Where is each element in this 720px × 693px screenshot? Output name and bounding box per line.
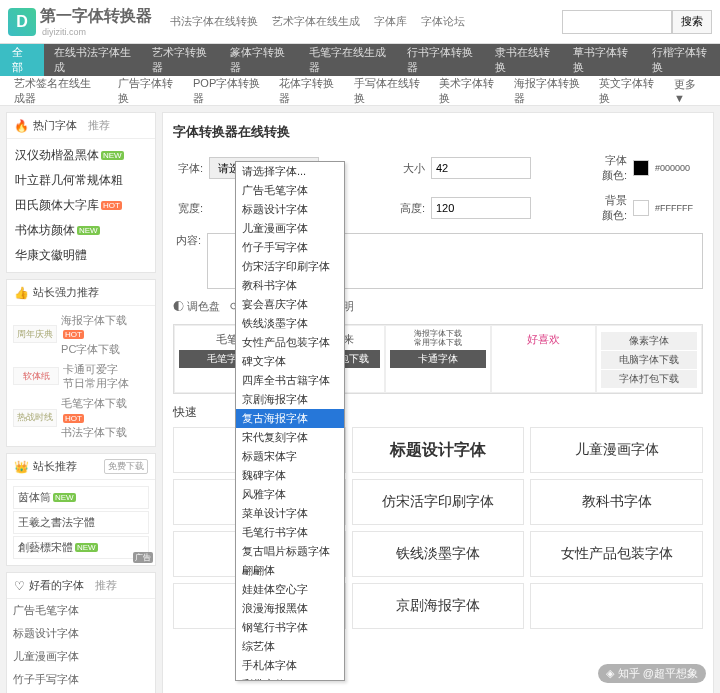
- preview-cell[interactable]: 仿宋活字印刷字体: [352, 479, 525, 525]
- dropdown-option[interactable]: 京剧海报字体: [236, 390, 344, 409]
- dropdown-option[interactable]: 请选择字体...: [236, 162, 344, 181]
- nav-item[interactable]: 艺术签名在线生成器: [8, 76, 106, 106]
- dropdown-option[interactable]: 娃娃体空心字: [236, 580, 344, 599]
- srec-item[interactable]: 茵体筒NEW: [13, 486, 149, 509]
- toolbar-btn[interactable]: ◐ 调色盘: [173, 299, 220, 314]
- height-label: 高度:: [395, 201, 425, 216]
- nice-link[interactable]: 广告毛笔字体: [7, 599, 155, 622]
- preview-cell[interactable]: 女性产品包装字体: [530, 531, 703, 577]
- dropdown-option[interactable]: 魏碑字体: [236, 466, 344, 485]
- preview-cell[interactable]: 教科书字体: [530, 479, 703, 525]
- hot-font-item[interactable]: 田氏颜体大字库HOT: [13, 193, 149, 218]
- cat-cell[interactable]: 好喜欢: [491, 325, 597, 393]
- nav-more[interactable]: 更多 ▼: [668, 77, 712, 104]
- nav-item[interactable]: 美术字体转换: [433, 76, 502, 106]
- font-label: 字体:: [173, 161, 203, 176]
- rec-link[interactable]: 书法字体下载: [61, 425, 149, 439]
- rec-link[interactable]: 海报字体下载 HOT: [61, 313, 149, 342]
- dropdown-option[interactable]: 风雅字体: [236, 485, 344, 504]
- nav-item[interactable]: 艺术字转换器: [142, 44, 220, 76]
- nav-item[interactable]: POP字体转换器: [187, 76, 267, 106]
- dropdown-option[interactable]: 教科书字体: [236, 276, 344, 295]
- font-dropdown[interactable]: 请选择字体...广告毛笔字体标题设计字体儿童漫画字体竹子手写字体仿宋活字印刷字体…: [235, 161, 345, 681]
- dropdown-option[interactable]: 宴会喜庆字体: [236, 295, 344, 314]
- nav-item[interactable]: 篆体字转换器: [220, 44, 298, 76]
- nice-link[interactable]: 标题设计字体: [7, 622, 155, 645]
- rec-link[interactable]: 毛笔字体下载 HOT: [61, 396, 149, 425]
- dropdown-option[interactable]: 毛笔行书字体: [236, 523, 344, 542]
- preview-cell[interactable]: [530, 583, 703, 629]
- srec-item[interactable]: 王羲之書法字體: [13, 511, 149, 534]
- size-input[interactable]: [431, 157, 531, 179]
- nav-item[interactable]: 英文字体转换: [593, 76, 662, 106]
- topnav-item[interactable]: 艺术字体在线生成: [272, 14, 360, 29]
- dropdown-option[interactable]: 复古海报字体: [236, 409, 344, 428]
- page-title: 字体转换器在线转换: [173, 123, 703, 141]
- rec-row[interactable]: 周年庆典海报字体下载 HOTPC字体下载: [13, 310, 149, 359]
- dropdown-option[interactable]: 标题设计字体: [236, 200, 344, 219]
- nav-all[interactable]: 全部: [0, 44, 44, 76]
- nav-item[interactable]: 毛笔字在线生成器: [299, 44, 397, 76]
- rec-thumb: 周年庆典: [13, 325, 57, 343]
- hot-font-item[interactable]: 华康文徽明體: [13, 243, 149, 268]
- preview-cell[interactable]: 京剧海报字体: [352, 583, 525, 629]
- rec-row[interactable]: 软体纸卡通可爱字节日常用字体: [13, 359, 149, 394]
- nav-item[interactable]: 海报字体转换器: [508, 76, 587, 106]
- search-input[interactable]: [562, 10, 672, 34]
- nav-item[interactable]: 在线书法字体生成: [44, 44, 142, 76]
- preview-cell[interactable]: 铁线淡墨字体: [352, 531, 525, 577]
- nice-link[interactable]: 竹子手写字体: [7, 668, 155, 691]
- nav-item[interactable]: 行书字体转换器: [397, 44, 485, 76]
- rec-link[interactable]: 卡通可爱字: [63, 362, 129, 376]
- nav-item[interactable]: 广告字体转换: [112, 76, 181, 106]
- dropdown-option[interactable]: 彩带字体: [236, 675, 344, 681]
- dropdown-option[interactable]: 浪漫海报黑体: [236, 599, 344, 618]
- hot-font-item[interactable]: 叶立群几何常规体粗: [13, 168, 149, 193]
- dropdown-option[interactable]: 钢笔行书字体: [236, 618, 344, 637]
- search: 搜索: [562, 10, 712, 34]
- topnav-item[interactable]: 字体库: [374, 14, 407, 29]
- nav-item[interactable]: 手写体在线转换: [348, 76, 427, 106]
- dropdown-option[interactable]: 女性产品包装字体: [236, 333, 344, 352]
- dropdown-option[interactable]: 翩翩体: [236, 561, 344, 580]
- badge: NEW: [77, 226, 100, 235]
- nav-item[interactable]: 草书字体转换: [563, 44, 641, 76]
- nice-link[interactable]: 儿童漫画字体: [7, 645, 155, 668]
- preview-cell[interactable]: 标题设计字体: [352, 427, 525, 473]
- nav-item[interactable]: 花体字转换器: [273, 76, 342, 106]
- color-swatch[interactable]: [633, 160, 649, 176]
- topnav-item[interactable]: 书法字体在线转换: [170, 14, 258, 29]
- preview-cell[interactable]: 儿童漫画字体: [530, 427, 703, 473]
- srec-item[interactable]: 創藝標宋體NEW: [13, 536, 149, 559]
- search-button[interactable]: 搜索: [672, 10, 712, 34]
- topnav-item[interactable]: 字体论坛: [421, 14, 465, 29]
- zhihu-icon: ◈: [606, 667, 614, 680]
- rec-link[interactable]: PC字体下载: [61, 342, 149, 356]
- dropdown-option[interactable]: 仿宋活字印刷字体: [236, 257, 344, 276]
- height-input[interactable]: [431, 197, 531, 219]
- dropdown-option[interactable]: 手札体字体: [236, 656, 344, 675]
- rec-row[interactable]: 热战时线毛笔字体下载 HOT书法字体下载: [13, 393, 149, 442]
- dropdown-option[interactable]: 综艺体: [236, 637, 344, 656]
- dropdown-option[interactable]: 铁线淡墨字体: [236, 314, 344, 333]
- cat-cell[interactable]: 海报字体下载 常用字体下载卡通字体: [385, 325, 491, 393]
- dropdown-option[interactable]: 儿童漫画字体: [236, 219, 344, 238]
- dropdown-option[interactable]: 宋代复刻字体: [236, 428, 344, 447]
- cat-cell[interactable]: 像素字体电脑字体下载字体打包下载: [596, 325, 702, 393]
- bg-swatch[interactable]: [633, 200, 649, 216]
- nav-item[interactable]: 隶书在线转换: [485, 44, 563, 76]
- rec-link[interactable]: 节日常用字体: [63, 376, 129, 390]
- hot-font-item[interactable]: 汉仪劲楷盈黑体NEW: [13, 143, 149, 168]
- dropdown-option[interactable]: 碑文字体: [236, 352, 344, 371]
- hot-font-item[interactable]: 书体坊颜体NEW: [13, 218, 149, 243]
- dropdown-option[interactable]: 广告毛笔字体: [236, 181, 344, 200]
- dropdown-option[interactable]: 四库全书古籍字体: [236, 371, 344, 390]
- dropdown-option[interactable]: 标题宋体字: [236, 447, 344, 466]
- dropdown-option[interactable]: 菜单设计字体: [236, 504, 344, 523]
- dropdown-option[interactable]: 复古唱片标题字体: [236, 542, 344, 561]
- nav-item[interactable]: 行楷字体转换: [642, 44, 720, 76]
- rec-thumb: 软体纸: [13, 367, 59, 385]
- logo[interactable]: D 第一字体转换器 diyiziti.com: [8, 6, 152, 37]
- cat-preview: 海报字体下载 常用字体下载: [390, 330, 486, 348]
- dropdown-option[interactable]: 竹子手写字体: [236, 238, 344, 257]
